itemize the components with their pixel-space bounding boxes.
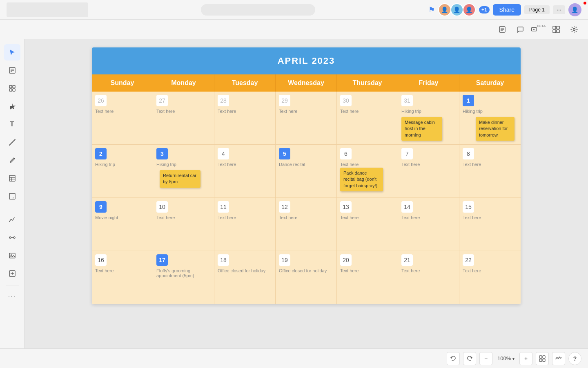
- cell-text-10: Text here: [156, 215, 211, 220]
- sticky-cabin[interactable]: Message cabin host in the morning: [401, 117, 442, 141]
- cell-apr9[interactable]: 9 Movie night: [92, 198, 153, 251]
- cell-apr18[interactable]: 18 Office closed for holiday: [214, 251, 276, 304]
- tool-text-frame[interactable]: [4, 62, 20, 79]
- search-bar[interactable]: [201, 4, 315, 16]
- day-saturday: Saturday: [459, 74, 521, 92]
- tool-cursor[interactable]: [4, 44, 20, 61]
- activity-button[interactable]: [552, 352, 565, 365]
- tool-chart[interactable]: [4, 211, 20, 228]
- fit-page-button[interactable]: [536, 352, 549, 365]
- tool-table[interactable]: [4, 170, 20, 186]
- cell-apr22[interactable]: 22 Text here: [459, 251, 521, 304]
- svg-rect-24: [9, 193, 15, 199]
- tool-line[interactable]: [4, 134, 20, 150]
- cell-apr15[interactable]: 15 Text here: [459, 198, 521, 251]
- toolbar-row: BETA: [0, 20, 588, 39]
- cell-apr21[interactable]: 21 Text here: [398, 251, 459, 304]
- tool-connector[interactable]: [4, 229, 20, 246]
- cell-apr11[interactable]: 11 Text here: [214, 198, 276, 251]
- date-1: 1: [463, 95, 474, 106]
- svg-marker-5: [533, 29, 535, 30]
- present-icon-btn[interactable]: BETA: [531, 22, 546, 37]
- cell-apr13[interactable]: 13 Text here: [337, 198, 398, 251]
- cell-text-8: Text here: [463, 162, 517, 167]
- cell-apr16[interactable]: 16 Text here: [92, 251, 153, 304]
- sticky-rental[interactable]: Return rental car by 8pm: [160, 170, 200, 188]
- date-18: 18: [218, 254, 229, 266]
- redo-button[interactable]: [463, 352, 476, 365]
- zoom-in-button[interactable]: +: [519, 352, 532, 365]
- tool-text[interactable]: T: [4, 116, 20, 132]
- calendar-header: APRIL 2023: [92, 47, 521, 74]
- cell-mar27[interactable]: 27 Text here: [153, 92, 214, 145]
- cell-text-26: Text here: [95, 109, 149, 114]
- cell-text-14: Text here: [401, 215, 456, 220]
- breadcrumb-bar[interactable]: [7, 2, 88, 17]
- tool-star[interactable]: [4, 98, 20, 114]
- cell-mar26[interactable]: 26 Text here: [92, 92, 153, 145]
- comments-icon-btn[interactable]: [513, 22, 528, 37]
- tool-pen[interactable]: [4, 152, 20, 168]
- zoom-in-icon: +: [524, 355, 528, 362]
- undo-button[interactable]: [447, 352, 460, 365]
- avatar-2: 👤: [450, 3, 463, 16]
- share-button[interactable]: Share: [493, 4, 521, 16]
- cell-apr17[interactable]: 17 Fluffy's grooming appointment (5pm): [153, 251, 214, 304]
- cell-mar29[interactable]: 29 Text here: [276, 92, 337, 145]
- user-count-badge: +1: [479, 6, 490, 13]
- zoom-out-icon: −: [484, 355, 488, 362]
- date-7: 7: [401, 148, 413, 159]
- cell-apr7[interactable]: 7 Text here: [398, 145, 459, 198]
- canvas-area[interactable]: APRIL 2023 Sunday Monday Tuesday Wednesd…: [24, 39, 588, 368]
- sidebar-divider-2: [6, 285, 19, 285]
- svg-point-26: [13, 237, 15, 238]
- cell-apr10[interactable]: 10 Text here: [153, 198, 214, 251]
- cell-text-5: Dance recital: [279, 162, 333, 167]
- tool-shapes[interactable]: [4, 80, 20, 96]
- tool-sticky[interactable]: [4, 188, 20, 204]
- cell-apr14[interactable]: 14 Text here: [398, 198, 459, 251]
- svg-rect-17: [9, 89, 12, 91]
- cell-apr2[interactable]: 2 Hiking trip: [92, 145, 153, 198]
- tool-image[interactable]: [4, 247, 20, 264]
- cell-apr1[interactable]: 1 Hiking trip Make dinner reservation fo…: [459, 92, 521, 145]
- cell-apr8[interactable]: 8 Text here: [459, 145, 521, 198]
- help-button[interactable]: ?: [568, 352, 581, 365]
- date-20: 20: [340, 254, 352, 266]
- cell-apr19[interactable]: 19 Office closed for holiday: [276, 251, 337, 304]
- cell-apr4[interactable]: 4 Text here: [214, 145, 276, 198]
- cell-text-30: Text here: [340, 109, 394, 114]
- cell-mar31[interactable]: 31 Hiking trip Message cabin host in the…: [398, 92, 459, 145]
- tool-embed[interactable]: [4, 265, 20, 282]
- date-6: 6: [340, 148, 352, 159]
- cell-text-4: Text here: [218, 162, 272, 167]
- grid-icon-btn[interactable]: [549, 22, 564, 37]
- cell-apr5[interactable]: 5 Dance recital: [276, 145, 337, 198]
- svg-rect-36: [543, 359, 545, 361]
- date-27: 27: [156, 95, 168, 106]
- page-button[interactable]: Page 1: [524, 5, 550, 14]
- calendar: APRIL 2023 Sunday Monday Tuesday Wednesd…: [92, 47, 521, 304]
- cell-mar30[interactable]: 30 Text here: [337, 92, 398, 145]
- cell-mar28[interactable]: 28 Text here: [214, 92, 276, 145]
- settings-icon-btn[interactable]: [567, 22, 581, 37]
- zoom-out-button[interactable]: −: [479, 352, 492, 365]
- cell-apr20[interactable]: 20 Text here: [337, 251, 398, 304]
- cell-apr12[interactable]: 12 Text here: [276, 198, 337, 251]
- current-page-btn[interactable]: ···: [553, 5, 565, 14]
- sticky-dance[interactable]: Pack dance recital bag (don't forget hai…: [340, 168, 383, 191]
- cell-apr6[interactable]: 6 Text here Pack dance recital bag (don'…: [337, 145, 398, 198]
- flag-icon: ⚑: [428, 5, 435, 14]
- tool-more[interactable]: ···: [4, 289, 20, 305]
- sticky-dinner[interactable]: Make dinner reservation for tomorrow: [476, 117, 514, 141]
- days-header: Sunday Monday Tuesday Wednesday Thursday…: [92, 74, 521, 92]
- cell-apr3[interactable]: 3 Hiking trip Return rental car by 8pm: [153, 145, 214, 198]
- pages-icon-btn[interactable]: [495, 22, 510, 37]
- date-10: 10: [156, 201, 168, 213]
- svg-rect-33: [539, 356, 542, 358]
- svg-point-10: [573, 28, 575, 30]
- cell-text-19: Office closed for holiday: [279, 268, 333, 273]
- date-22: 22: [463, 254, 474, 266]
- date-4: 4: [218, 148, 229, 159]
- svg-rect-18: [13, 89, 15, 91]
